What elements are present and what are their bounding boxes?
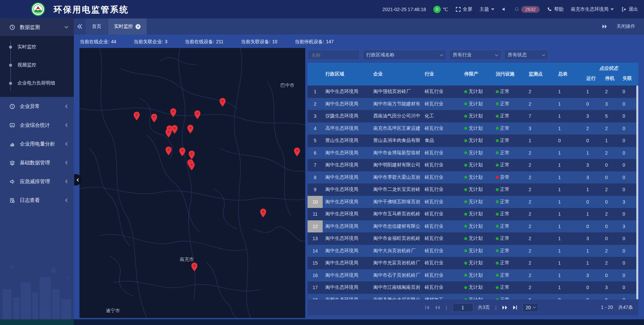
table-row[interactable]: 3仪陇生态环境局西南油气田分公司川中化工无计划正常71350	[308, 110, 638, 122]
name-filter-input[interactable]	[308, 50, 360, 60]
map-pin-icon[interactable]	[187, 125, 194, 133]
cell-industry: 砖瓦行业	[422, 220, 459, 233]
first-page-button[interactable]	[424, 305, 430, 310]
map-pin-icon[interactable]	[194, 110, 201, 119]
sidebar-subitem-1[interactable]: 视频监控	[0, 56, 74, 74]
cell-stopped-count: 0	[600, 196, 617, 208]
map-pin-icon[interactable]	[219, 98, 226, 107]
map-pin-icon[interactable]	[165, 129, 172, 138]
sidebar-subitem-0[interactable]: 实时监控	[0, 38, 74, 56]
sidebar-item-6[interactable]: 日志查看	[0, 191, 74, 210]
table-row[interactable]: 2阆中生态环境局阆中市南方节能建材有砖瓦行业无计划正常21030	[308, 98, 638, 110]
enterprise-table: 行政区域 企业 行业 停限产 治污设施 监测点 总表 点位状态 运行 停机 失联…	[308, 63, 638, 300]
chevron-left-icon	[65, 104, 69, 108]
cell-stopped-count: 0	[600, 171, 617, 184]
app-logo-icon	[31, 2, 45, 16]
cell-offline-count: 0	[617, 86, 636, 98]
map-pin-icon[interactable]	[294, 148, 300, 156]
sidebar-item-1[interactable]: 企业异常	[0, 97, 74, 116]
cell-meter-count: 1	[553, 269, 581, 282]
cell-offline-count: 0	[617, 98, 636, 110]
sidebar-item-0[interactable]: 数据监测	[0, 18, 74, 36]
cell-stopped-count: 6	[600, 294, 617, 300]
map-pin-icon[interactable]	[189, 162, 195, 170]
table-row[interactable]: 4高坪生态环境局南充市高坪区王家店建砖瓦行业无计划正常31220	[308, 122, 638, 135]
table-row[interactable]: 18南部生态环境局南部县雅化水泥有限公建材加工无计划正常60060	[308, 294, 638, 300]
table-row[interactable]: 5营山生态环境局营山县润丰肉食品有限食品无计划正常10010	[308, 134, 638, 147]
top-header: 环保用电监管系统 2021-02-25 17:46:18 0 ℃ 全屏 主题	[0, 0, 644, 18]
region-filter-select[interactable]: 行政区域名称	[363, 50, 446, 60]
cell-monitor-count: 2	[523, 281, 553, 294]
logout-button[interactable]: 退出	[621, 6, 638, 12]
cell-offline-count: 0	[617, 183, 636, 196]
tab-scroll-left-button[interactable]	[74, 18, 86, 35]
sidebar-item-5[interactable]: 应急减排管理	[0, 172, 74, 191]
table-row[interactable]: 17阆中生态环境局阆中市江南镇阆南页岩砖瓦行业无计划正常21030	[308, 281, 638, 294]
map-pin-icon[interactable]	[189, 151, 195, 159]
prev-page-button[interactable]	[434, 305, 440, 310]
cell-running-count: 3	[581, 110, 600, 122]
chevron-left-icon	[77, 178, 80, 181]
sidebar-item-2[interactable]: 企业综合统计	[0, 116, 74, 134]
table-row[interactable]: 7阆中生态环境局阆中明阳建材有限公司砖瓦行业无计划正常21300	[308, 159, 638, 171]
page-size-select[interactable]: 20	[523, 303, 538, 312]
table-row[interactable]: 15阆中生态环境局阆中市光富页岩机砖厂砖瓦行业无计划正常21120	[308, 257, 638, 269]
map-pin-icon[interactable]	[133, 112, 140, 120]
cell-region: 阆中生态环境局	[323, 269, 371, 282]
industry-filter-select[interactable]: 所有行业	[449, 50, 501, 60]
table-row[interactable]: 1阆中生态环境局阆中强锐页岩砖厂砖瓦行业无计划正常21120	[308, 86, 638, 98]
map[interactable]: 巴中市南充市遂宁市	[79, 48, 305, 318]
map-pin-icon[interactable]	[151, 114, 157, 122]
status-dot-green	[464, 188, 467, 191]
notifications[interactable]: 2632	[514, 6, 540, 13]
status-dot-green	[496, 225, 499, 228]
page-number-input[interactable]	[452, 303, 473, 312]
status-filter-select[interactable]: 所有状态	[504, 50, 548, 60]
close-icon[interactable]: ✕	[136, 24, 141, 29]
map-pin-icon[interactable]	[191, 263, 198, 271]
sidebar-item-4[interactable]: 基础数据管理	[0, 153, 74, 172]
sidebar-item-3[interactable]: 企业用电量分析	[0, 134, 74, 153]
tab-0[interactable]: 首页	[86, 18, 107, 35]
map-pin-icon[interactable]	[165, 147, 172, 155]
row-index: 10	[308, 196, 323, 208]
sidebar-subitem-2[interactable]: 企业电力负荷明细	[0, 74, 74, 92]
fullscreen-label: 全屏	[463, 6, 472, 12]
table-row[interactable]: 16阆中生态环境局阆中市石子页岩机砖厂砖瓦行业无计划正常21300	[308, 269, 638, 282]
tab-1[interactable]: 实时监控✕	[108, 18, 147, 35]
table-row[interactable]: 14阆中生态环境局阆中大兴页岩机砖厂砖瓦行业无计划正常21120	[308, 245, 638, 257]
bottom-strip	[0, 319, 644, 325]
chevron-down-icon	[491, 8, 494, 10]
cell-facility: 正常	[490, 232, 523, 245]
table-row[interactable]: 11阆中生态环境局阆中市五马桥页岩机砖砖瓦行业无计划正常21120	[308, 208, 638, 220]
org-menu[interactable]: 南充市生态环境局	[571, 6, 614, 12]
map-pin-icon[interactable]	[179, 148, 185, 156]
cell-offline-count: 0	[617, 159, 636, 171]
row-index: 8	[308, 171, 323, 184]
pagination-summary: 1 - 20 共47条	[601, 305, 633, 311]
map-pin-icon[interactable]	[170, 108, 176, 117]
table-scrollbar[interactable]	[636, 86, 638, 300]
map-pin-icon[interactable]	[260, 209, 266, 217]
cell-production: 无计划	[459, 122, 490, 135]
map-pin-icon[interactable]	[171, 125, 178, 134]
next-page-button[interactable]	[502, 305, 508, 310]
status-dot-green	[464, 249, 467, 252]
cell-region: 营山生态环境局	[323, 134, 371, 147]
fullscreen-button[interactable]: 全屏	[455, 6, 472, 12]
cell-running-count: 1	[581, 86, 600, 98]
cell-industry: 砖瓦行业	[422, 122, 459, 135]
cell-company: 阆中市五马桥页岩机砖	[371, 208, 422, 220]
col-header-facility: 治污设施	[490, 63, 523, 86]
table-row[interactable]: 8阆中生态环境局阆中市枣碧大梁山页岩砖瓦行业无计划异常21300	[308, 171, 638, 184]
help-button[interactable]: 帮助	[547, 6, 564, 12]
theme-menu[interactable]: 主题	[480, 6, 494, 12]
chevron-left-icon	[65, 198, 69, 202]
table-row[interactable]: 12阆中生态环境局阆中市忠信建材有限公砖瓦行业无计划正常21003	[308, 220, 638, 233]
table-row[interactable]: 6阆中生态环境局阆中市金博瑞新型墙材砖瓦行业无计划正常21120	[308, 147, 638, 159]
table-row[interactable]: 9阆中生态环境局阆中市二龙长宝页岩砖砖瓦行业无计划正常21120	[308, 183, 638, 196]
last-page-button[interactable]	[513, 305, 518, 310]
mute-button[interactable]	[502, 7, 507, 12]
table-row[interactable]: 10阆中生态环境局阆中千佛镇五郎垭页岩砖瓦行业无计划正常21003	[308, 196, 638, 208]
table-row[interactable]: 13阆中生态环境局阆中市金福旺页岩机砖砖瓦行业无计划正常21300	[308, 232, 638, 245]
